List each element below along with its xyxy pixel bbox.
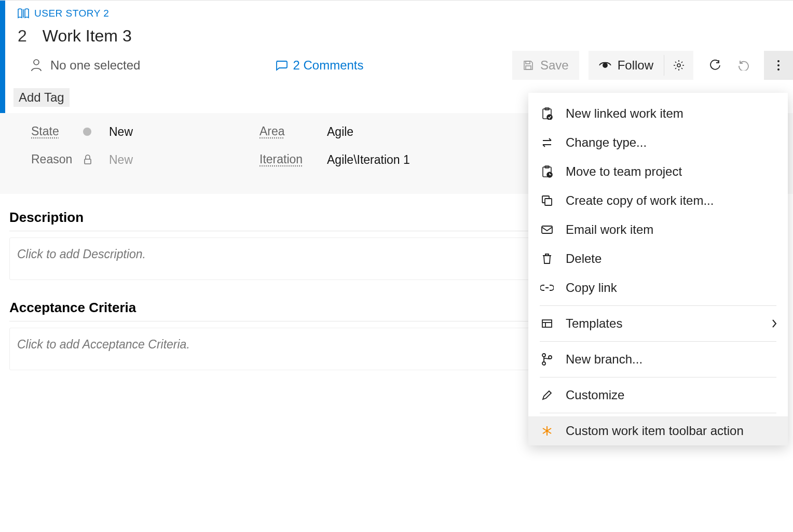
menu-new-linked[interactable]: New linked work item (528, 99, 788, 128)
menu-new-branch[interactable]: New branch... (528, 345, 788, 374)
area-label: Area (259, 124, 322, 139)
menu-label: Templates (566, 316, 622, 331)
menu-label: Email work item (566, 222, 653, 237)
link-icon (540, 284, 554, 291)
svg-rect-19 (542, 320, 552, 327)
menu-label: Create copy of work item... (566, 193, 714, 208)
menu-delete[interactable]: Delete (528, 244, 788, 273)
refresh-icon (709, 60, 721, 71)
menu-label: Change type... (566, 135, 647, 150)
state-value[interactable]: New (109, 125, 254, 139)
more-actions-menu: New linked work item Change type... Move… (528, 93, 788, 445)
follow-settings-button[interactable] (664, 51, 693, 80)
clipboard-check-icon (540, 107, 554, 120)
trash-icon (540, 253, 554, 264)
person-icon (31, 59, 42, 72)
comments-label: 2 Comments (293, 58, 363, 73)
menu-divider (540, 377, 776, 377)
svg-point-12 (547, 115, 552, 120)
menu-label: Customize (566, 388, 624, 402)
svg-point-24 (549, 356, 552, 359)
comments-link[interactable]: 2 Comments (275, 58, 363, 73)
work-item-type: USER STORY 2 (34, 8, 109, 19)
refresh-button[interactable] (701, 51, 730, 80)
mail-icon (540, 225, 554, 234)
svg-point-8 (777, 68, 780, 71)
menu-email[interactable]: Email work item (528, 215, 788, 244)
reason-value[interactable]: New (109, 153, 254, 167)
svg-point-1 (34, 60, 39, 65)
clipboard-clock-icon (540, 165, 554, 178)
svg-point-6 (777, 60, 780, 62)
more-actions-button[interactable] (764, 51, 793, 80)
svg-rect-17 (545, 199, 552, 205)
menu-divider (540, 341, 776, 342)
undo-icon (738, 60, 750, 71)
reason-label: Reason (31, 152, 78, 167)
menu-customize[interactable]: Customize (528, 381, 788, 410)
svg-point-4 (603, 63, 607, 67)
work-item-id: 2 (18, 26, 27, 46)
copy-icon (540, 195, 554, 206)
save-label: Save (540, 58, 569, 73)
assignee-text: No one selected (50, 58, 140, 73)
iteration-value[interactable]: Agile\Iteration 1 (327, 153, 509, 167)
menu-change-type[interactable]: Change type... (528, 128, 788, 157)
gear-icon (673, 60, 685, 71)
template-icon (540, 319, 554, 328)
svg-point-22 (542, 354, 545, 357)
svg-rect-9 (85, 159, 91, 164)
menu-copy-link[interactable]: Copy link (528, 273, 788, 302)
comment-icon (275, 60, 288, 71)
menu-custom-action[interactable]: Custom work item toolbar action (528, 416, 788, 445)
accent-bar (0, 1, 5, 119)
undo-button[interactable] (730, 51, 759, 80)
svg-point-7 (777, 64, 780, 66)
save-icon (523, 60, 534, 71)
branch-icon (540, 353, 554, 366)
pencil-icon (540, 389, 554, 401)
state-label: State (31, 124, 78, 139)
menu-divider (540, 413, 776, 413)
svg-rect-2 (526, 61, 530, 64)
svg-rect-3 (526, 66, 531, 69)
follow-label: Follow (618, 58, 653, 73)
menu-label: Delete (566, 251, 601, 266)
menu-templates[interactable]: Templates (528, 309, 788, 338)
menu-create-copy[interactable]: Create copy of work item... (528, 186, 788, 215)
chevron-right-icon (771, 319, 777, 328)
menu-move-project[interactable]: Move to team project (528, 157, 788, 186)
svg-point-5 (677, 64, 680, 67)
book-icon (18, 8, 29, 19)
save-button: Save (512, 51, 579, 80)
svg-point-23 (542, 362, 545, 365)
state-dot (83, 125, 104, 139)
menu-divider (540, 305, 776, 306)
menu-label: New linked work item (566, 106, 683, 121)
menu-label: Custom work item toolbar action (566, 424, 744, 438)
assignee-field[interactable]: No one selected (31, 58, 140, 73)
menu-label: Move to team project (566, 164, 682, 179)
asterisk-icon (540, 425, 554, 437)
svg-rect-18 (542, 226, 552, 233)
menu-label: New branch... (566, 352, 642, 367)
work-item-title[interactable]: Work Item 3 (43, 26, 132, 46)
eye-icon (599, 61, 611, 70)
add-tag-button[interactable]: Add Tag (13, 88, 70, 107)
menu-label: Copy link (566, 281, 617, 295)
more-icon (777, 60, 780, 71)
follow-button[interactable]: Follow (589, 51, 664, 80)
iteration-label: Iteration (259, 152, 322, 167)
swap-icon (540, 137, 554, 148)
area-value[interactable]: Agile (327, 125, 509, 139)
lock-icon (83, 155, 104, 165)
